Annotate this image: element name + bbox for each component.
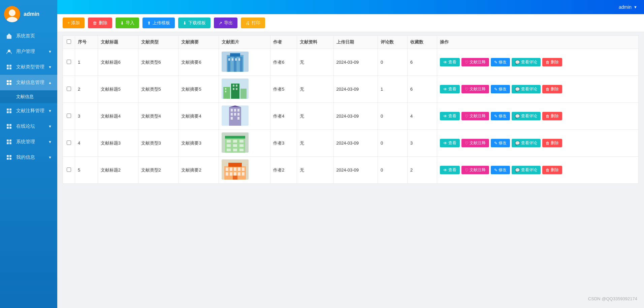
th-actions: 操作 (437, 36, 639, 49)
view-button[interactable]: 👁 查看 (440, 166, 460, 174)
print-icon: 🖨 (246, 21, 250, 26)
svg-rect-24 (7, 142, 9, 144)
svg-rect-22 (7, 140, 9, 142)
download-button[interactable]: ⬇ 下载模板 (178, 18, 211, 28)
edit-button[interactable]: ✎ 修改 (491, 85, 510, 93)
heart-icon: ♡ (465, 87, 469, 92)
svg-rect-42 (231, 84, 239, 99)
svg-rect-35 (240, 57, 243, 72)
view-button[interactable]: 👁 查看 (440, 139, 460, 147)
sidebar-subitem-doc-info[interactable]: 文献信息 (0, 90, 57, 103)
import-button[interactable]: ⬇ 导入 (116, 18, 139, 28)
add-button[interactable]: + 添加 (63, 18, 85, 28)
row-checkbox[interactable] (67, 167, 71, 172)
svg-rect-49 (236, 88, 237, 90)
row-date: 2024-03-09 (333, 76, 378, 103)
action-buttons: 👁 查看 ♡ 文献注释 ✎ 修改 💬 查看评论 🗑 删除 (440, 58, 636, 66)
svg-rect-82 (230, 172, 232, 176)
heart-icon: ♡ (465, 168, 469, 173)
annotate-button[interactable]: ♡ 文献注释 (461, 139, 489, 147)
svg-rect-55 (237, 109, 239, 112)
sidebar-item-my-info[interactable]: 我的信息 ▼ (0, 150, 57, 165)
top-bar: admin ▼ (57, 0, 644, 14)
edit-button[interactable]: ✎ 修改 (491, 112, 510, 120)
sidebar-item-home[interactable]: 系统首页 (0, 28, 57, 44)
row-building-image (222, 105, 249, 126)
edit-icon: ✎ (494, 141, 497, 146)
row-abstract: 文献摘要2 (179, 157, 219, 184)
svg-rect-86 (233, 176, 237, 180)
row-type: 文献类型2 (138, 157, 179, 184)
comment-button[interactable]: 💬 查看评论 (512, 139, 541, 147)
export-button[interactable]: ↗ 导出 (214, 18, 237, 28)
topbar-username: admin (619, 4, 632, 10)
delete-row-button[interactable]: 🗑 删除 (542, 112, 562, 120)
th-index: 序号 (75, 36, 98, 49)
svg-rect-54 (234, 109, 236, 112)
sidebar-label-forum: 在线论坛 (16, 123, 45, 129)
row-building-image (222, 159, 249, 180)
row-author: 作者5 (270, 76, 297, 103)
comment-button[interactable]: 💬 查看评论 (512, 58, 541, 66)
upload-label: 上传模板 (153, 20, 170, 26)
row-checkbox-cell (63, 76, 75, 103)
select-all-checkbox[interactable] (67, 39, 71, 44)
row-comments: 0 (378, 157, 407, 184)
sidebar-sublabel-doc-info: 文献信息 (16, 94, 34, 99)
edit-button[interactable]: ✎ 修改 (491, 139, 510, 147)
svg-rect-19 (9, 124, 11, 126)
svg-rect-38 (235, 58, 237, 61)
eye-icon: 👁 (443, 114, 447, 119)
row-checkbox[interactable] (67, 60, 71, 64)
sidebar-item-forum[interactable]: 在线论坛 ▼ (0, 119, 57, 134)
export-label: 导出 (224, 20, 233, 26)
delete-row-button[interactable]: 🗑 删除 (542, 139, 562, 147)
comment-button[interactable]: 💬 查看评论 (512, 112, 541, 120)
row-title: 文献标题2 (98, 157, 138, 184)
print-button[interactable]: 🖨 打印 (241, 18, 265, 28)
row-index: 3 (75, 103, 98, 130)
delete-button[interactable]: 🗑 删除 (88, 18, 112, 28)
sidebar-item-sys-mgmt[interactable]: 系统管理 ▼ (0, 134, 57, 150)
svg-rect-65 (233, 140, 237, 143)
annotate-button[interactable]: ♡ 文献注释 (461, 58, 489, 66)
row-checkbox[interactable] (67, 141, 71, 145)
sidebar-item-user-mgmt[interactable]: 用户管理 ▼ (0, 44, 57, 59)
annotate-button[interactable]: ♡ 文献注释 (461, 112, 489, 120)
annotate-button[interactable]: ♡ 文献注释 (461, 166, 489, 174)
comment-button[interactable]: 💬 查看评论 (512, 85, 541, 93)
sidebar-item-doc-note-mgmt[interactable]: 文献注释管理 ▼ (0, 103, 57, 119)
row-actions: 👁 查看 ♡ 文献注释 ✎ 修改 💬 查看评论 🗑 删除 (437, 130, 639, 157)
edit-button[interactable]: ✎ 修改 (491, 58, 510, 66)
row-building-image (222, 132, 249, 153)
annotate-button[interactable]: ♡ 文献注释 (461, 85, 489, 93)
upload-button[interactable]: ⬆ 上传模板 (142, 18, 175, 28)
delete-row-button[interactable]: 🗑 删除 (542, 85, 562, 93)
row-index: 5 (75, 157, 98, 184)
delete-row-button[interactable]: 🗑 删除 (542, 166, 562, 174)
comment-button[interactable]: 💬 查看评论 (512, 166, 541, 174)
edit-button[interactable]: ✎ 修改 (491, 166, 510, 174)
trash-icon: 🗑 (546, 141, 550, 146)
svg-rect-53 (231, 109, 233, 112)
row-favorites: 3 (408, 130, 437, 157)
sidebar-item-doc-type-mgmt[interactable]: 文献类型管理 ▼ (0, 59, 57, 75)
svg-rect-37 (232, 58, 233, 61)
row-title: 文献标题3 (98, 130, 138, 157)
topbar-chevron: ▼ (634, 5, 637, 9)
avatar (4, 6, 20, 22)
view-button[interactable]: 👁 查看 (440, 112, 460, 120)
download-icon: ⬇ (183, 21, 187, 26)
action-buttons: 👁 查看 ♡ 文献注释 ✎ 修改 💬 查看评论 🗑 删除 (440, 112, 636, 120)
row-type: 文献类型5 (138, 76, 179, 103)
row-checkbox-cell (63, 49, 75, 76)
row-abstract: 文献摘要5 (179, 76, 219, 103)
heart-icon: ♡ (465, 141, 469, 146)
view-button[interactable]: 👁 查看 (440, 58, 460, 66)
delete-row-button[interactable]: 🗑 删除 (542, 58, 562, 66)
sidebar-item-doc-info-mgmt[interactable]: 文献信息管理 ▲ (0, 75, 57, 90)
view-button[interactable]: 👁 查看 (440, 85, 460, 93)
svg-rect-70 (227, 149, 231, 151)
row-checkbox[interactable] (67, 114, 71, 118)
row-checkbox[interactable] (67, 87, 71, 91)
